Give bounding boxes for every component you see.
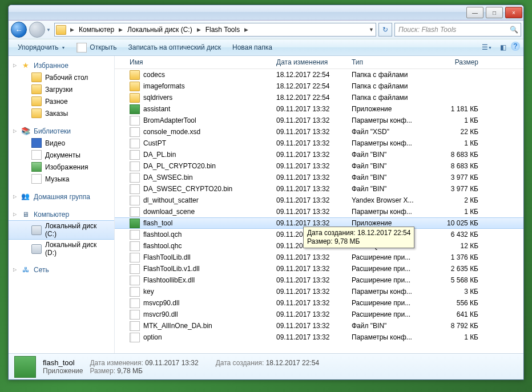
header-date[interactable]: Дата изменения (273, 58, 348, 66)
file-row[interactable]: FlashtoollibEx.dll09.11.2017 13:32Расшир… (115, 274, 523, 286)
sidebar-item-drive-d[interactable]: Локальный диск (D:) (9, 240, 114, 258)
file-date: 09.11.2017 13:32 (273, 208, 348, 216)
sidebar-item-pictures[interactable]: Изображения (9, 161, 114, 173)
breadcrumb-arrow[interactable]: ▶ (195, 23, 203, 36)
sidebar-item-drive-c[interactable]: Локальный диск (C:) (9, 220, 114, 240)
file-row[interactable]: console_mode.xsd09.11.2017 13:32Файл "XS… (115, 126, 523, 138)
navigation-pane[interactable]: ★Избранное Рабочий стол Загрузки Разное … (9, 56, 115, 353)
file-row[interactable]: DA_PL.bin09.11.2017 13:32Файл "BIN"8 683… (115, 149, 523, 160)
sidebar-item-misc[interactable]: Разное (9, 95, 114, 107)
status-size: 9,78 МБ (117, 367, 143, 375)
folder-icon (31, 108, 42, 118)
breadcrumb-item[interactable]: Локальный диск (C:) (124, 23, 195, 36)
open-button[interactable]: Открыть (71, 39, 122, 55)
file-row[interactable]: imageformats18.12.2017 22:54Папка с файл… (115, 80, 523, 92)
refresh-button[interactable]: ↻ (378, 23, 392, 37)
file-row[interactable]: download_scene09.11.2017 13:32Параметры … (115, 206, 523, 217)
header-type[interactable]: Тип (348, 58, 429, 66)
address-bar[interactable]: ▶ Компьютер ▶ Локальный диск (C:) ▶ Flas… (54, 23, 376, 37)
file-icon (130, 230, 140, 240)
file-name: DA_PL.bin (143, 151, 176, 159)
sidebar-item-downloads[interactable]: Загрузки (9, 83, 114, 95)
close-button[interactable]: × (505, 7, 522, 18)
file-icon (130, 276, 140, 285)
file-row[interactable]: DA_SWSEC.bin09.11.2017 13:32Файл "BIN"3 … (115, 172, 523, 183)
file-type: Приложение (348, 219, 429, 227)
search-icon: 🔍 (510, 26, 518, 34)
file-size: 5 568 КБ (429, 276, 482, 284)
file-row[interactable]: DA_SWSEC_CRYPTO20.bin09.11.2017 13:32Фай… (115, 183, 523, 195)
file-icon (130, 298, 140, 308)
file-row[interactable]: MTK_AllInOne_DA.bin09.11.2017 13:32Файл … (115, 320, 523, 332)
open-icon (76, 43, 87, 52)
burn-button[interactable]: Записать на оптический диск (123, 39, 227, 55)
file-row[interactable]: CustPT09.11.2017 13:32Параметры конф...1… (115, 138, 523, 149)
file-type: Файл "XSD" (348, 128, 429, 136)
sidebar-item-documents[interactable]: Документы (9, 149, 114, 161)
file-row[interactable]: FlashToolLib.v1.dll09.11.2017 13:32Расши… (115, 263, 523, 274)
folder-icon (130, 93, 140, 103)
file-row[interactable]: msvcr90.dll09.11.2017 13:32Расширение пр… (115, 309, 523, 320)
sidebar-libraries[interactable]: 📚Библиотеки (9, 125, 114, 137)
file-name: flashtool.qch (143, 231, 182, 239)
file-row[interactable]: DA_PL_CRYPTO20.bin09.11.2017 13:32Файл "… (115, 160, 523, 172)
sidebar-homegroup[interactable]: 👥Домашняя группа (9, 191, 114, 203)
file-row[interactable]: msvcp90.dll09.11.2017 13:32Расширение пр… (115, 297, 523, 309)
file-name: download_scene (143, 208, 195, 216)
address-dropdown[interactable]: ▼ (367, 23, 376, 36)
file-row[interactable]: FlashToolLib.dll09.11.2017 13:32Расширен… (115, 252, 523, 263)
search-input[interactable]: Поиск: Flash Tools 🔍 (394, 23, 521, 37)
minimize-button[interactable]: — (466, 7, 483, 18)
column-headers[interactable]: Имя Дата изменения Тип Размер (115, 56, 523, 69)
breadcrumb-arrow[interactable]: ▶ (243, 23, 250, 36)
file-type: Расширение при... (348, 276, 429, 284)
organize-button[interactable]: Упорядочить▼ (12, 39, 71, 55)
sidebar-computer[interactable]: 🖥Компьютер (9, 208, 114, 220)
file-size: 556 КБ (429, 299, 482, 307)
file-list[interactable]: codecs18.12.2017 22:54Папка с файламиima… (115, 69, 523, 353)
maximize-button[interactable]: □ (486, 7, 503, 18)
file-row[interactable]: codecs18.12.2017 22:54Папка с файлами (115, 69, 523, 80)
file-icon (130, 321, 140, 331)
new-folder-button[interactable]: Новая папка (227, 39, 278, 55)
sidebar-item-desktop[interactable]: Рабочий стол (9, 71, 114, 83)
breadcrumb-item[interactable]: Компьютер (76, 23, 117, 36)
breadcrumb-arrow[interactable]: ▶ (117, 23, 124, 36)
sidebar-favorites[interactable]: ★Избранное (9, 59, 114, 71)
view-button[interactable]: ☰ ▼ (479, 42, 495, 53)
titlebar[interactable]: — □ × (9, 5, 523, 21)
history-dropdown[interactable]: ▼ (45, 22, 52, 37)
video-icon (31, 138, 42, 148)
file-size: 10 025 КБ (429, 219, 482, 227)
preview-pane-button[interactable]: ◧ (495, 42, 511, 53)
breadcrumb-item[interactable]: Flash Tools (203, 23, 243, 36)
file-row[interactable]: option09.11.2017 13:32Параметры конф...1… (115, 332, 523, 343)
file-row[interactable]: dl_without_scatter09.11.2017 13:32Yandex… (115, 195, 523, 206)
file-name: assistant (143, 105, 170, 113)
sidebar-item-music[interactable]: Музыка (9, 173, 114, 185)
file-row[interactable]: key09.11.2017 13:32Параметры конф...3 КБ (115, 286, 523, 297)
file-type: Приложение (348, 105, 429, 113)
file-size: 641 КБ (429, 310, 482, 318)
file-row[interactable]: assistant09.11.2017 13:32Приложение1 181… (115, 103, 523, 115)
file-row[interactable]: sqldrivers18.12.2017 22:54Папка с файлам… (115, 92, 523, 103)
file-type: Папка с файлами (348, 82, 429, 90)
sidebar-network[interactable]: 🖧Сеть (9, 264, 114, 276)
file-date: 09.11.2017 13:32 (273, 219, 348, 227)
file-date: 09.11.2017 13:32 (273, 265, 348, 273)
header-name[interactable]: Имя (126, 58, 273, 66)
file-date: 18.12.2017 22:54 (273, 94, 348, 102)
back-button[interactable]: ← (11, 22, 27, 38)
sidebar-item-orders[interactable]: Заказы (9, 107, 114, 119)
toolbar: Упорядочить▼ Открыть Записать на оптичес… (9, 39, 523, 56)
file-size: 1 181 КБ (429, 105, 482, 113)
file-date: 18.12.2017 22:54 (273, 82, 348, 90)
file-date: 09.11.2017 13:32 (273, 128, 348, 136)
document-icon (31, 150, 42, 160)
forward-button[interactable]: → (29, 22, 45, 38)
help-button[interactable]: ? (511, 42, 520, 51)
file-row[interactable]: BromAdapterTool09.11.2017 13:32Параметры… (115, 115, 523, 126)
sidebar-item-video[interactable]: Видео (9, 137, 114, 149)
breadcrumb-arrow[interactable]: ▶ (68, 23, 76, 36)
header-size[interactable]: Размер (429, 58, 482, 66)
